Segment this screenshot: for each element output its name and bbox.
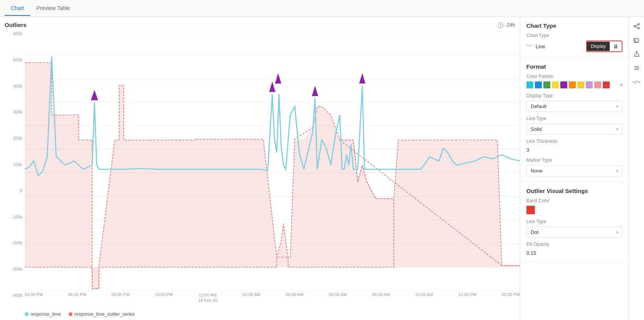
color-swatch-2[interactable] — [543, 81, 550, 88]
color-palette[interactable]: ▾ — [526, 81, 622, 88]
marker-type-value: None — [531, 168, 543, 174]
x-label-11: 02:00 PM — [502, 292, 520, 297]
x-label-3: 10:00 PM — [155, 292, 173, 297]
y-label-300k: 300k — [13, 110, 22, 114]
y-label-neg400k: -400k — [12, 293, 22, 298]
x-label-0: 04:00 PM — [25, 292, 43, 297]
color-swatch-5[interactable] — [569, 81, 576, 88]
display-type-value: Default — [531, 103, 546, 109]
line-chart-icon: 〰 — [526, 43, 533, 50]
main-layout: Outliers 🕐 -24h 600k 500k 400k 300k 200k… — [0, 17, 644, 320]
legend-dot-outlier — [69, 312, 72, 316]
x-label-10: 12:00 PM — [458, 292, 476, 297]
line-type-label: Line Type — [526, 116, 622, 121]
x-label-8: 08:00 AM — [372, 292, 390, 297]
color-swatch-1[interactable] — [535, 81, 542, 88]
svg-rect-22 — [635, 39, 639, 42]
palette-chevron-icon[interactable]: ▾ — [620, 82, 622, 88]
x-axis: 04:00 PM 06:00 PM 08:00 PM 10:00 PM 12:0… — [25, 291, 520, 309]
svg-marker-12 — [91, 90, 98, 100]
x-label-7: 06:00 AM — [329, 292, 347, 297]
right-panel: Chart Type Chart Type 〰 Line Display 🖥 F… — [520, 17, 629, 320]
color-swatch-0[interactable] — [526, 81, 533, 88]
y-axis: 600k 500k 400k 300k 200k 100k 0 -100k -2… — [5, 31, 25, 298]
chart-wrapper: 600k 500k 400k 300k 200k 100k 0 -100k -2… — [5, 31, 520, 309]
line-thickness-value: 3 — [526, 146, 622, 154]
tab-preview-table[interactable]: Preview Table — [30, 1, 76, 16]
tab-chart[interactable]: Chart — [5, 1, 30, 16]
x-label-4: 12:00 AM18 Feb 20 — [198, 292, 217, 303]
outlier-section: Outlier Visual Settings Band Color Line … — [520, 182, 629, 262]
x-label-6: 04:00 AM — [286, 292, 303, 297]
time-range-value: -24h — [505, 22, 515, 28]
line-thickness-label: Line Thickness — [526, 139, 622, 144]
color-swatch-7[interactable] — [586, 81, 593, 88]
clock-icon: 🕐 — [497, 22, 504, 28]
legend-label-response-time: response_time — [30, 312, 61, 317]
color-swatch-8[interactable] — [594, 81, 601, 88]
outlier-section-title: Outlier Visual Settings — [526, 188, 622, 194]
svg-point-19 — [638, 27, 639, 29]
line-type-dropdown[interactable]: Solid ▾ — [526, 124, 622, 135]
y-label-0: 0 — [20, 188, 22, 193]
chart-canvas — [25, 31, 520, 291]
fill-opacity-value: 0.15 — [526, 249, 622, 257]
y-label-neg300k: -300k — [12, 267, 22, 271]
line-type-chevron-icon: ▾ — [616, 127, 618, 131]
marker-type-label: Marker Type — [526, 157, 622, 163]
svg-marker-13 — [269, 81, 275, 92]
svg-point-18 — [634, 25, 636, 27]
list-icon[interactable] — [631, 62, 643, 74]
display-type-chevron-icon: ▾ — [616, 104, 618, 108]
display-btn-group[interactable]: Display 🖥 — [586, 41, 622, 52]
y-label-500k: 500k — [13, 58, 22, 62]
line-thickness-field: Line Thickness 3 — [526, 139, 622, 154]
display-button[interactable]: Display — [587, 42, 610, 51]
monitor-button[interactable]: 🖥 — [610, 41, 622, 51]
y-label-400k: 400k — [13, 84, 22, 88]
chart-area: Outliers 🕐 -24h 600k 500k 400k 300k 200k… — [0, 17, 520, 320]
chart-svg — [25, 31, 520, 291]
y-label-200k: 200k — [13, 136, 22, 141]
chart-type-section-title: Chart Type — [526, 22, 622, 29]
y-label-neg200k: -200k — [12, 240, 22, 245]
outlier-line-type-label: Line Type — [526, 219, 622, 224]
y-label-600k: 600k — [13, 31, 22, 36]
legend-item-response-time: response_time — [25, 312, 61, 317]
outlier-line-type-field: Line Type Dot ▾ — [526, 219, 622, 238]
y-label-neg100k: -100k — [12, 215, 22, 219]
display-type-dropdown[interactable]: Default ▾ — [526, 101, 622, 112]
share-icon[interactable] — [631, 20, 643, 32]
chart-title: Outliers — [5, 22, 27, 28]
display-type-label: Display Type — [526, 93, 622, 98]
display-type-field: Display Type Default ▾ — [526, 93, 622, 112]
legend-label-outlier: response_time_outlier_series — [74, 312, 135, 317]
outlier-line-type-dropdown[interactable]: Dot ▾ — [526, 227, 622, 238]
legend-item-outlier: response_time_outlier_series — [69, 312, 135, 317]
export-icon[interactable] — [631, 48, 643, 60]
svg-marker-15 — [312, 86, 318, 96]
tabs-bar: Chart Preview Table — [0, 0, 644, 17]
x-label-9: 10:00 AM — [415, 292, 433, 297]
marker-type-dropdown[interactable]: None ▾ — [526, 165, 622, 176]
x-label-2: 08:00 PM — [111, 292, 130, 297]
marker-type-field: Marker Type None ▾ — [526, 157, 622, 176]
y-label-100k: 100k — [13, 162, 22, 167]
code-icon[interactable]: </> — [631, 76, 643, 88]
color-swatch-6[interactable] — [577, 81, 584, 88]
color-swatch-9[interactable] — [603, 81, 610, 88]
legend-dot-response-time — [25, 312, 29, 316]
chart-type-field-label: Chart Type — [526, 33, 622, 38]
outlier-line-type-chevron-icon: ▾ — [616, 230, 618, 234]
band-color-swatch[interactable] — [526, 206, 535, 214]
color-swatch-4[interactable] — [560, 81, 567, 88]
chart-type-value: Line — [536, 44, 545, 49]
fill-opacity-field: Fill Opacity 0.15 — [526, 242, 622, 257]
chart-type-section: Chart Type Chart Type 〰 Line Display 🖥 — [520, 17, 629, 58]
svg-line-21 — [636, 27, 638, 28]
x-label-5: 02:00 AM — [243, 292, 260, 297]
color-swatch-3[interactable] — [552, 81, 559, 88]
copy-icon[interactable] — [631, 34, 643, 46]
line-type-value: Solid — [531, 126, 542, 132]
format-section-title: Format — [526, 63, 622, 70]
